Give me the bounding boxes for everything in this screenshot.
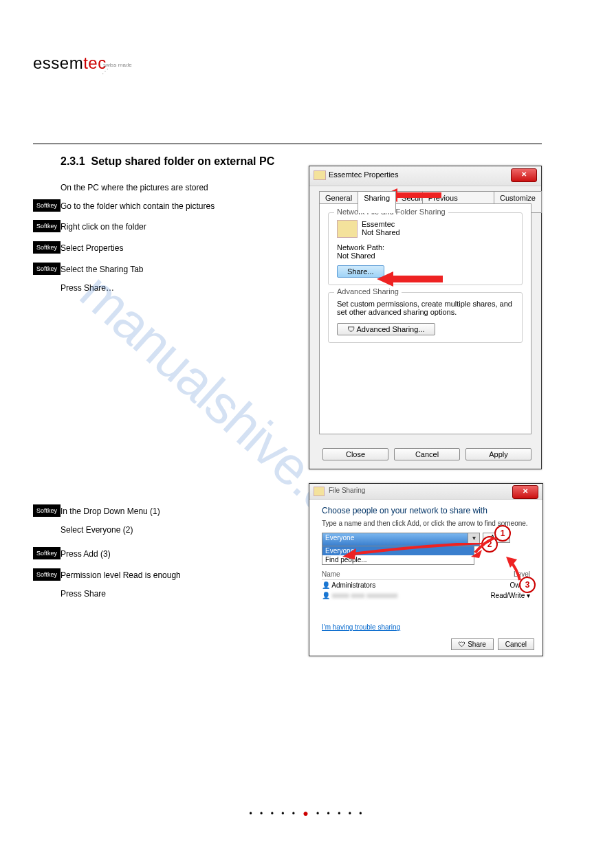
window-title: File Sharing: [329, 487, 365, 494]
group-description: Set custom permissions, create multiple …: [337, 300, 514, 316]
dialog-buttons: 🛡 Share Cancel: [451, 638, 534, 650]
annotation-arrow: [338, 543, 490, 564]
folder-icon: [314, 170, 326, 180]
window-title: Essemtec Properties: [329, 170, 398, 179]
advanced-sharing-group: Advanced Sharing Set custom permissions,…: [328, 292, 523, 343]
advanced-sharing-button[interactable]: 🛡 Advanced Sharing...: [337, 323, 435, 335]
close-button[interactable]: ✕: [511, 168, 537, 182]
window-titlebar[interactable]: File Sharing ✕: [309, 484, 542, 500]
annotation-arrow: [506, 557, 527, 581]
folder-icon: [314, 487, 325, 496]
dialog-buttons: Close Cancel Apply: [322, 448, 531, 460]
step-text: Press Add (3): [61, 548, 111, 560]
group-title: Advanced Sharing: [334, 287, 402, 296]
step-text: Select Everyone (2): [61, 524, 133, 536]
close-dialog-button[interactable]: Close: [322, 448, 388, 460]
softkey-badge: Softkey: [33, 220, 61, 232]
tab-sharing[interactable]: Sharing: [358, 191, 396, 213]
table-row[interactable]: 👤 xxxxx xxxx xxxxxxxxxRead/Write ▾: [322, 590, 530, 601]
folder-icon: [337, 220, 358, 238]
brand-logo: essemtec: [33, 54, 107, 73]
step-text: Press Share: [61, 588, 106, 600]
softkey-badge: Softkey: [33, 263, 61, 275]
cancel-button[interactable]: Cancel: [498, 638, 534, 650]
share-confirm-button[interactable]: 🛡 Share: [451, 638, 493, 650]
cancel-button[interactable]: Cancel: [394, 448, 460, 460]
window-titlebar[interactable]: Essemtec Properties ✕: [309, 166, 541, 186]
apply-button[interactable]: Apply: [465, 448, 531, 460]
section-divider: [33, 143, 542, 144]
network-path-value: Not Shared: [337, 252, 514, 260]
network-path-label: Network Path:: [337, 243, 514, 252]
softkey-badge: Softkey: [33, 199, 61, 212]
logo-subtitle: swiss made: [103, 62, 132, 68]
properties-window: Essemtec Properties ✕ General Sharing Se…: [309, 166, 542, 469]
folder-name: Essemtec: [362, 220, 400, 228]
softkey-badge: Softkey: [33, 568, 61, 581]
softkey-badge: Softkey: [33, 547, 61, 559]
annotation-arrow: [377, 270, 446, 288]
logo-dots: ⋰: [102, 67, 109, 75]
window-body: Choose people on your network to share w…: [322, 506, 530, 631]
step-text: Permission level Read is enough: [61, 569, 181, 581]
footer-dots: • • • • • ● • • • • •: [0, 808, 614, 819]
permissions-table: NameLevel 👤 AdministratorsOwner 👤 xxxxx …: [322, 569, 530, 601]
window-body: Network File and Folder Sharing Essemtec…: [319, 203, 531, 434]
step-text: In the Drop Down Menu (1): [61, 505, 160, 518]
svg-marker-1: [377, 271, 443, 287]
softkey-badge: Softkey: [33, 241, 61, 254]
section-title: 2.3.1 Setup shared folder on external PC: [61, 155, 274, 168]
step-text: On the PC where the pictures are stored: [61, 181, 208, 194]
close-button[interactable]: ✕: [512, 485, 538, 499]
col-name: Name: [322, 570, 340, 578]
svg-marker-3: [342, 548, 356, 559]
softkey-badge: Softkey: [33, 504, 61, 517]
sharing-heading: Choose people on your network to share w…: [322, 506, 530, 515]
step-text: Right click on the folder: [61, 221, 146, 233]
folder-state: Not Shared: [362, 228, 400, 236]
step-text: Go to the folder which contain the pictu…: [61, 200, 215, 212]
table-row[interactable]: 👤 AdministratorsOwner: [322, 580, 530, 590]
step-text: Select the Sharing Tab: [61, 263, 144, 276]
trouble-sharing-link[interactable]: I'm having trouble sharing: [322, 623, 400, 631]
step-text: Press Share…: [61, 282, 114, 294]
step-text: Select Properties: [61, 242, 123, 254]
